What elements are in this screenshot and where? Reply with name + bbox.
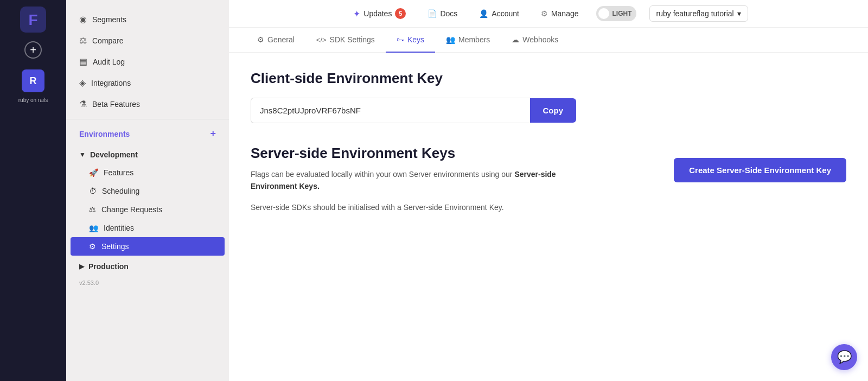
development-env-label[interactable]: ▼ Development (66, 146, 229, 163)
integrations-icon: ◈ (79, 78, 86, 88)
webhooks-icon: ☁ (512, 35, 519, 44)
tab-general[interactable]: ⚙ General (246, 28, 305, 53)
tab-sdk-settings[interactable]: </> SDK Settings (305, 28, 386, 53)
settings-icon: ⚙ (89, 242, 96, 251)
segments-icon: ◉ (79, 14, 87, 24)
sidebar-item-audit-log[interactable]: ▤ Audit Log (66, 51, 229, 72)
main-content: ✦ Updates 5 📄 Docs 👤 Account ⚙ Manage LI… (229, 0, 868, 381)
project-name-label: ruby on rails (16, 97, 50, 104)
project-selector[interactable]: ruby featureflag tutorial ▾ (649, 5, 748, 22)
sidebar-item-beta-features[interactable]: ⚗ Beta Features (66, 93, 229, 115)
left-nav: F + R ruby on rails (0, 0, 66, 381)
client-key-row: Copy (251, 98, 576, 123)
sidebar-item-identities[interactable]: 👥 Identities (66, 219, 229, 237)
compare-icon: ⚖ (79, 35, 87, 46)
server-key-section: Server-side Environment Keys Flags can b… (251, 145, 846, 213)
theme-toggle[interactable]: LIGHT (596, 6, 636, 21)
toggle-circle (598, 8, 609, 19)
sidebar: ◉ Segments ⚖ Compare ▤ Audit Log ◈ Integ… (66, 0, 229, 381)
change-requests-icon: ⚖ (89, 205, 96, 214)
keys-icon: 🗝 (397, 35, 404, 44)
sidebar-item-integrations[interactable]: ◈ Integrations (66, 72, 229, 93)
audit-log-icon: ▤ (79, 56, 87, 67)
account-icon: 👤 (479, 9, 488, 18)
production-chevron-icon: ▶ (79, 263, 84, 270)
client-key-title: Client-side Environment Key (251, 70, 846, 87)
docs-nav-item[interactable]: 📄 Docs (423, 7, 462, 20)
scheduling-icon: ⏱ (89, 187, 97, 195)
keys-page: Client-side Environment Key Copy Server-… (229, 53, 868, 231)
environments-section-header[interactable]: Environments + (66, 124, 229, 144)
tab-members[interactable]: 👥 Members (435, 28, 501, 53)
settings-tabs: ⚙ General </> SDK Settings 🗝 Keys 👥 Memb… (229, 28, 868, 53)
general-gear-icon: ⚙ (257, 35, 264, 44)
project-selector-label: ruby featureflag tutorial (656, 9, 734, 18)
avatar[interactable]: R (22, 69, 44, 92)
manage-gear-icon: ⚙ (541, 9, 548, 18)
updates-badge: 5 (395, 8, 406, 19)
sidebar-item-settings[interactable]: ⚙ Settings (71, 237, 225, 256)
manage-nav-item[interactable]: ⚙ Manage (537, 7, 583, 20)
sdk-settings-icon: </> (316, 36, 327, 44)
production-env-label[interactable]: ▶ Production (66, 258, 229, 275)
members-icon: 👥 (446, 35, 455, 44)
sidebar-item-segments[interactable]: ◉ Segments (66, 9, 229, 30)
beta-features-icon: ⚗ (79, 99, 87, 109)
add-environment-icon[interactable]: + (210, 128, 216, 139)
chat-button[interactable]: 💬 (831, 344, 857, 370)
project-selector-chevron-icon: ▾ (737, 9, 741, 18)
create-server-key-button[interactable]: Create Server-Side Environment Key (674, 158, 846, 182)
updates-sparkle-icon: ✦ (353, 9, 360, 19)
page-content-area: Client-side Environment Key Copy Server-… (229, 53, 868, 381)
features-icon: 🚀 (89, 168, 98, 177)
development-chevron-icon: ▼ (79, 151, 86, 158)
account-nav-item[interactable]: 👤 Account (475, 7, 524, 20)
client-key-input[interactable] (251, 98, 530, 123)
chat-icon: 💬 (837, 350, 852, 364)
server-description: Flags can be evaluated locally within yo… (251, 168, 603, 193)
add-project-button[interactable]: + (24, 41, 42, 59)
sidebar-item-compare[interactable]: ⚖ Compare (66, 30, 229, 51)
identities-icon: 👥 (89, 224, 98, 232)
top-nav: ✦ Updates 5 📄 Docs 👤 Account ⚙ Manage LI… (229, 0, 868, 28)
theme-label: LIGHT (612, 10, 632, 17)
docs-icon: 📄 (427, 9, 437, 18)
svg-text:F: F (28, 11, 37, 28)
app-logo[interactable]: F (20, 7, 46, 33)
server-note: Server-side SDKs should be initialised w… (251, 201, 603, 213)
tab-keys[interactable]: 🗝 Keys (386, 28, 435, 53)
copy-button[interactable]: Copy (530, 98, 577, 123)
tab-webhooks[interactable]: ☁ Webhooks (501, 28, 569, 53)
sidebar-item-scheduling[interactable]: ⏱ Scheduling (66, 182, 229, 200)
updates-nav-item[interactable]: ✦ Updates 5 (349, 6, 410, 21)
version-label: v2.53.0 (66, 275, 229, 290)
sidebar-item-change-requests[interactable]: ⚖ Change Requests (66, 200, 229, 219)
sidebar-item-features[interactable]: 🚀 Features (66, 163, 229, 182)
environments-label: Environments (79, 130, 130, 138)
development-env-group: ▼ Development 🚀 Features ⏱ Scheduling ⚖ … (66, 144, 229, 258)
